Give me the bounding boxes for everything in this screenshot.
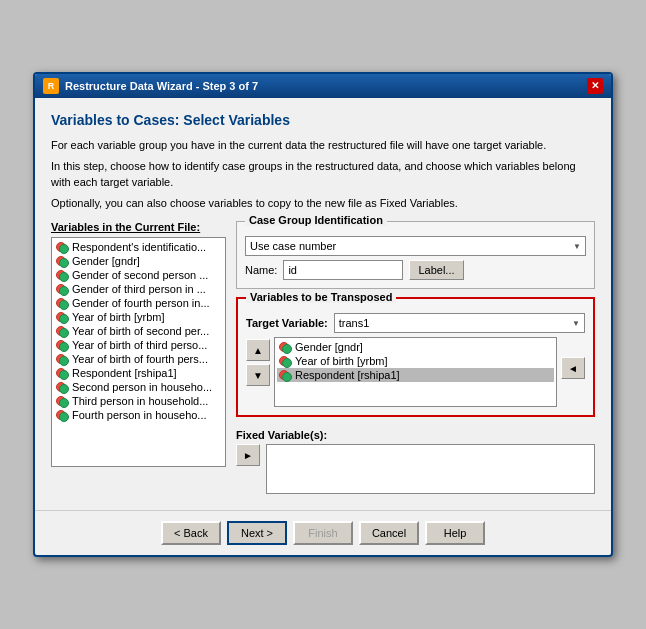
description-3: Optionally, you can also choose variable…: [51, 196, 595, 211]
variable-label: Year of birth of fourth pers...: [72, 353, 208, 365]
move-down-button[interactable]: ▼: [246, 364, 270, 386]
fixed-variables-label: Fixed Variable(s):: [236, 429, 595, 441]
variable-icon: [279, 369, 291, 381]
list-item[interactable]: Year of birth of second per...: [54, 324, 223, 338]
dialog-body: Variables to Cases: Select Variables For…: [35, 98, 611, 505]
variable-icon: [56, 325, 68, 337]
left-panel: Variables in the Current File: Responden…: [51, 221, 226, 494]
variable-icon: [56, 409, 68, 421]
variable-icon: [56, 367, 68, 379]
name-label: Name:: [245, 264, 277, 276]
list-item[interactable]: Respondent [rshipa1]: [54, 366, 223, 380]
title-bar-left: R Restructure Data Wizard - Step 3 of 7: [43, 78, 258, 94]
variable-label: Gender [gndr]: [72, 255, 140, 267]
list-item[interactable]: Respondent's identificatio...: [54, 240, 223, 254]
target-variable-dropdown[interactable]: trans1 ▼: [334, 313, 585, 333]
variable-icon: [56, 241, 68, 253]
target-variable-value: trans1: [339, 317, 370, 329]
case-group-dropdown[interactable]: Use case number ▼: [245, 236, 586, 256]
dialog-title: Restructure Data Wizard - Step 3 of 7: [65, 80, 258, 92]
variable-label: Respondent's identificatio...: [72, 241, 206, 253]
main-content: Variables in the Current File: Responden…: [51, 221, 595, 494]
variable-icon: [56, 283, 68, 295]
list-item[interactable]: Gender [gndr]: [277, 340, 554, 354]
close-button[interactable]: ✕: [587, 78, 603, 94]
variable-icon: [279, 355, 291, 367]
case-group-box: Case Group Identification Use case numbe…: [236, 221, 595, 289]
variable-icon: [56, 395, 68, 407]
transpose-box: Variables to be Transposed Target Variab…: [236, 297, 595, 417]
add-to-fixed-button[interactable]: ►: [236, 444, 260, 466]
transpose-listbox[interactable]: Gender [gndr]Year of birth [yrbm]Respond…: [274, 337, 557, 407]
variable-icon: [56, 339, 68, 351]
variable-label: Third person in household...: [72, 395, 208, 407]
case-group-title: Case Group Identification: [245, 214, 387, 226]
label-button[interactable]: Label...: [409, 260, 463, 280]
list-item[interactable]: Gender [gndr]: [54, 254, 223, 268]
fixed-section: Fixed Variable(s): ►: [236, 429, 595, 494]
list-item[interactable]: Gender of second person ...: [54, 268, 223, 282]
list-item[interactable]: Year of birth [yrbm]: [277, 354, 554, 368]
variable-icon: [56, 311, 68, 323]
variable-label: Respondent [rshipa1]: [72, 367, 177, 379]
restructure-wizard-dialog: R Restructure Data Wizard - Step 3 of 7 …: [33, 72, 613, 558]
back-button[interactable]: < Back: [161, 521, 221, 545]
variable-icon: [279, 341, 291, 353]
variable-icon: [56, 297, 68, 309]
transpose-variable-label: Year of birth [yrbm]: [295, 355, 388, 367]
move-up-button[interactable]: ▲: [246, 339, 270, 361]
variable-icon: [56, 381, 68, 393]
variable-label: Gender of third person in ...: [72, 283, 206, 295]
variable-icon: [56, 353, 68, 365]
variable-label: Year of birth of second per...: [72, 325, 209, 337]
variables-listbox[interactable]: Respondent's identificatio...Gender [gnd…: [51, 237, 226, 467]
list-item[interactable]: Fourth person in househo...: [54, 408, 223, 422]
next-button[interactable]: Next >: [227, 521, 287, 545]
variable-label: Year of birth of third perso...: [72, 339, 207, 351]
case-group-dropdown-value: Use case number: [250, 240, 336, 252]
transpose-variable-label: Gender [gndr]: [295, 341, 363, 353]
list-item[interactable]: Year of birth of third perso...: [54, 338, 223, 352]
target-variable-label: Target Variable:: [246, 317, 328, 329]
list-item[interactable]: Second person in househo...: [54, 380, 223, 394]
dialog-icon: R: [43, 78, 59, 94]
variable-label: Fourth person in househo...: [72, 409, 207, 421]
list-item[interactable]: Year of birth of fourth pers...: [54, 352, 223, 366]
remove-from-transpose-button[interactable]: ◄: [561, 357, 585, 379]
page-title: Variables to Cases: Select Variables: [51, 112, 595, 128]
list-item[interactable]: Gender of third person in ...: [54, 282, 223, 296]
transpose-variable-label: Respondent [rshipa1]: [295, 369, 400, 381]
target-dropdown-arrow-icon: ▼: [572, 319, 580, 328]
variable-label: Gender of second person ...: [72, 269, 208, 281]
fixed-variables-listbox[interactable]: [266, 444, 595, 494]
title-bar: R Restructure Data Wizard - Step 3 of 7 …: [35, 74, 611, 98]
cancel-button[interactable]: Cancel: [359, 521, 419, 545]
name-input[interactable]: [283, 260, 403, 280]
list-item[interactable]: Respondent [rshipa1]: [277, 368, 554, 382]
dropdown-arrow-icon: ▼: [573, 242, 581, 251]
right-panel: Case Group Identification Use case numbe…: [236, 221, 595, 494]
list-item[interactable]: Third person in household...: [54, 394, 223, 408]
description-2: In this step, choose how to identify cas…: [51, 159, 595, 190]
left-panel-label: Variables in the Current File:: [51, 221, 226, 233]
variable-label: Year of birth [yrbm]: [72, 311, 165, 323]
finish-button[interactable]: Finish: [293, 521, 353, 545]
list-item[interactable]: Gender of fourth person in...: [54, 296, 223, 310]
list-item[interactable]: Year of birth [yrbm]: [54, 310, 223, 324]
variable-label: Second person in househo...: [72, 381, 212, 393]
help-button[interactable]: Help: [425, 521, 485, 545]
variable-icon: [56, 269, 68, 281]
variable-icon: [56, 255, 68, 267]
dialog-footer: < Back Next > Finish Cancel Help: [35, 510, 611, 555]
variable-label: Gender of fourth person in...: [72, 297, 210, 309]
fixed-area: ►: [236, 444, 595, 494]
transpose-title: Variables to be Transposed: [246, 291, 396, 303]
description-1: For each variable group you have in the …: [51, 138, 595, 153]
